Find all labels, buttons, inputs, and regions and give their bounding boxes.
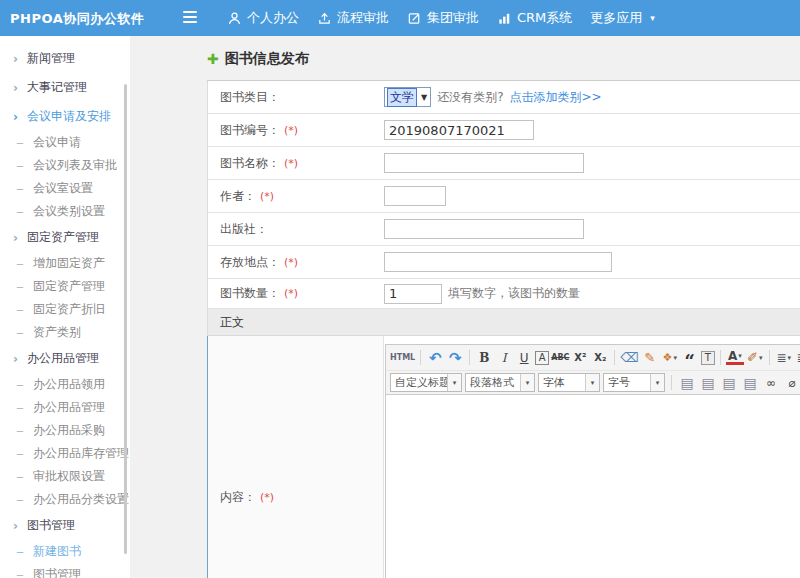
sidebar-label: 图书管理: [27, 517, 75, 534]
dash-icon: —: [17, 281, 24, 292]
subscript-button[interactable]: X₂: [591, 349, 609, 367]
required-marker: (*): [260, 491, 274, 504]
sidebar-label: 办公用品管理: [27, 350, 99, 367]
compose-icon: [407, 11, 422, 26]
sidebar: › 新闻管理 › 大事记管理 › 会议申请及安排 — 会议申请 — 会议列表及审…: [0, 36, 130, 578]
blockquote-button[interactable]: “: [681, 349, 699, 367]
sidebar-item-meeting-apply[interactable]: — 会议申请: [0, 131, 130, 154]
dash-icon: —: [17, 327, 24, 338]
sidebar-label: 办公用品领用: [33, 376, 105, 393]
sidebar-item-supplies-manage[interactable]: — 办公用品管理: [0, 396, 130, 419]
quick-format-button[interactable]: ❖▾: [661, 349, 679, 367]
author-input[interactable]: [384, 186, 446, 206]
ordered-list-button[interactable]: ≣▾: [775, 349, 793, 367]
italic-button[interactable]: I: [495, 349, 513, 367]
body-section-header: 正文: [207, 309, 800, 336]
sidebar-item-news-management[interactable]: › 新闻管理: [0, 44, 130, 73]
highlight-color-button[interactable]: ✐▾: [746, 349, 764, 367]
sidebar-item-supplies-category-settings[interactable]: — 办公用品分类设置: [0, 488, 130, 511]
sidebar-scrollbar[interactable]: [124, 84, 127, 554]
form-row-location: 存放地点： (*): [207, 246, 800, 279]
publisher-input[interactable]: [384, 219, 584, 239]
sidebar-label: 会议申请及安排: [27, 108, 111, 125]
bold-button[interactable]: B: [475, 349, 493, 367]
align-justify-button[interactable]: ▤: [741, 374, 759, 392]
editor-content-area[interactable]: [386, 395, 800, 578]
sidebar-item-add-fixed-asset[interactable]: — 增加固定资产: [0, 252, 130, 275]
category-select[interactable]: 文学 ▼: [384, 87, 431, 107]
category-label: 图书类目：: [208, 89, 384, 106]
quantity-label: 图书数量： (*): [208, 285, 384, 302]
sidebar-item-book-management[interactable]: › 图书管理: [0, 511, 130, 540]
sidebar-item-fixed-asset-manage[interactable]: — 固定资产管理: [0, 275, 130, 298]
html-source-button[interactable]: HTML: [390, 349, 415, 367]
chevron-right-icon: ›: [13, 52, 18, 66]
toolbar-separator: [769, 350, 770, 365]
undo-button[interactable]: ↶: [426, 349, 444, 367]
nav-personal-office[interactable]: 个人办公: [227, 9, 299, 27]
book-code-input[interactable]: [384, 120, 534, 140]
nav-group-approval[interactable]: 集团审批: [407, 9, 479, 27]
workflow-icon: [317, 11, 332, 26]
location-input[interactable]: [384, 252, 612, 272]
quantity-hint: 填写数字，该图书的数量: [448, 285, 580, 302]
unlink-button[interactable]: ⌀: [783, 374, 800, 392]
align-right-button[interactable]: ▤: [720, 374, 738, 392]
sidebar-item-supplies-inventory[interactable]: — 办公用品库存管理: [0, 442, 130, 465]
custom-heading-select[interactable]: 自定义标题 ▾: [390, 373, 462, 392]
sidebar-item-supplies-claim[interactable]: — 办公用品领用: [0, 373, 130, 396]
sidebar-item-meeting-list-approval[interactable]: — 会议列表及审批: [0, 154, 130, 177]
dash-icon: —: [17, 546, 24, 557]
sidebar-label: 会议申请: [33, 134, 81, 151]
chevron-right-icon: ›: [13, 519, 18, 533]
dash-icon: —: [17, 137, 24, 148]
remove-format-button[interactable]: ⌫: [620, 349, 638, 367]
sidebar-item-meeting-category-settings[interactable]: — 会议类别设置: [0, 200, 130, 223]
hamburger-menu-icon[interactable]: [183, 11, 199, 25]
required-marker: (*): [284, 256, 298, 269]
paragraph-format-select[interactable]: 段落格式 ▾: [465, 373, 535, 392]
align-left-button[interactable]: ▤: [678, 374, 696, 392]
sidebar-item-memorabilia-management[interactable]: › 大事记管理: [0, 73, 130, 102]
book-form: 图书类目： 文学 ▼ 还没有类别? 点击添加类别>> 图书编号： (*): [207, 80, 800, 578]
font-family-select[interactable]: 字体 ▾: [538, 373, 600, 392]
chevron-right-icon: ›: [13, 352, 18, 366]
superscript-button[interactable]: X²: [571, 349, 589, 367]
text-color-button[interactable]: A▾: [726, 350, 744, 365]
underline-button[interactable]: U: [515, 349, 533, 367]
add-category-link[interactable]: 点击添加类别>>: [510, 89, 602, 106]
sidebar-item-approval-permission-settings[interactable]: — 审批权限设置: [0, 465, 130, 488]
author-label: 作者： (*): [208, 188, 384, 205]
dash-icon: —: [17, 569, 24, 578]
sidebar-item-book-manage[interactable]: — 图书管理: [0, 563, 130, 578]
sidebar-item-office-supplies-management[interactable]: › 办公用品管理: [0, 344, 130, 373]
sidebar-item-fixed-asset-depreciation[interactable]: — 固定资产折旧: [0, 298, 130, 321]
form-row-author: 作者： (*): [207, 180, 800, 213]
nav-workflow-approval[interactable]: 流程审批: [317, 9, 389, 27]
strikethrough-button[interactable]: ABC: [551, 349, 569, 367]
caret-down-icon: ▾: [673, 354, 677, 362]
quantity-input[interactable]: [384, 284, 442, 304]
sidebar-item-new-book[interactable]: — 新建图书: [0, 540, 130, 563]
sidebar-label: 固定资产管理: [27, 229, 99, 246]
sidebar-item-asset-category[interactable]: — 资产类别: [0, 321, 130, 344]
sidebar-item-meeting-management[interactable]: › 会议申请及安排: [0, 102, 130, 131]
font-size-select[interactable]: 字号 ▾: [603, 373, 665, 392]
paste-plain-button[interactable]: T: [701, 351, 715, 365]
unordered-list-button[interactable]: ≣▾: [795, 349, 800, 367]
sidebar-label: 图书管理: [33, 566, 81, 578]
redo-button[interactable]: ↷: [446, 349, 464, 367]
book-name-input[interactable]: [384, 153, 584, 173]
format-painter-button[interactable]: ✎: [641, 349, 659, 367]
nav-more-apps[interactable]: 更多应用 ▾: [590, 9, 655, 27]
sidebar-item-fixed-assets-management[interactable]: › 固定资产管理: [0, 223, 130, 252]
caret-down-icon: ▾: [650, 374, 664, 391]
link-button[interactable]: ∞: [762, 374, 780, 392]
nav-crm-system[interactable]: CRM系统: [497, 9, 572, 27]
sidebar-item-supplies-purchase[interactable]: — 办公用品采购: [0, 419, 130, 442]
align-center-button[interactable]: ▤: [699, 374, 717, 392]
font-name-button[interactable]: A: [535, 351, 549, 365]
form-row-category: 图书类目： 文学 ▼ 还没有类别? 点击添加类别>>: [207, 81, 800, 114]
required-marker: (*): [260, 190, 274, 203]
sidebar-item-meeting-room-settings[interactable]: — 会议室设置: [0, 177, 130, 200]
